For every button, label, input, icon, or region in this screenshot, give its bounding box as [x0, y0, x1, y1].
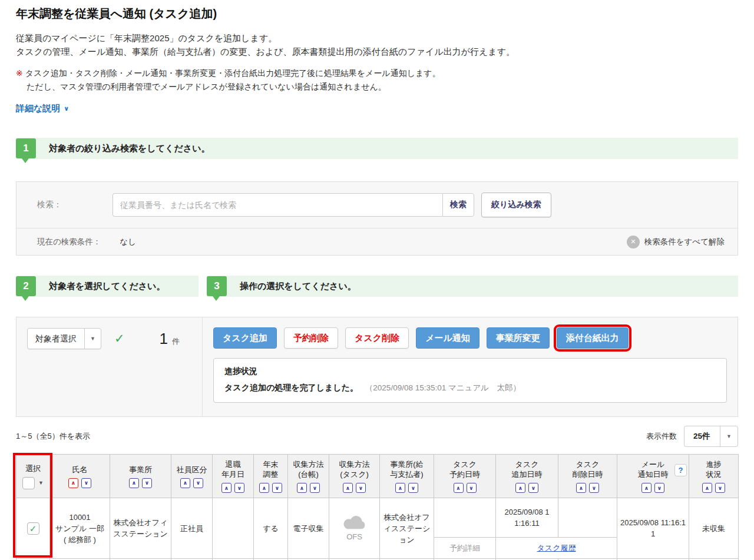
sort-asc-button[interactable]: ∧ — [454, 483, 464, 493]
filter-search-button[interactable]: 絞り込み検索 — [481, 193, 551, 217]
sort-down-icon: ∨ — [411, 485, 415, 491]
col-header-office: 事業所 ∧ ∨ — [110, 455, 171, 498]
table-header-row: 選択 ▼ 氏名 ∧ ∨ 事業所 — [16, 455, 739, 498]
help-icon[interactable]: ? — [674, 464, 687, 476]
sort-desc-button[interactable]: ∨ — [234, 483, 244, 493]
search-input[interactable] — [113, 193, 442, 217]
sort-asc-button[interactable]: ∧ — [259, 483, 269, 493]
search-row: 検索： 検索 絞り込み検索 — [16, 182, 738, 228]
sort-up-icon: ∧ — [579, 485, 583, 491]
sort-asc-button[interactable]: ∧ — [297, 483, 307, 493]
cell-collect-ledger: 電子収集 — [288, 498, 329, 559]
sort-desc-button[interactable]: ∨ — [715, 483, 725, 493]
select-all-checkbox[interactable] — [22, 477, 35, 489]
sort-asc-button[interactable]: ∧ — [129, 478, 139, 488]
sort-desc-button[interactable]: ∨ — [589, 483, 599, 493]
sort-desc-button[interactable]: ∨ — [272, 483, 282, 493]
sort-desc-button[interactable]: ∨ — [654, 483, 664, 493]
sort-up-icon: ∧ — [705, 485, 709, 491]
cell-select: ✓ — [16, 498, 50, 559]
note-line-1: ※タスク追加・タスク削除・メール通知・事業所変更・添付台紙出力処理完了後に処理結… — [16, 67, 738, 80]
step3-label: 操作の選択をしてください。 — [240, 281, 356, 291]
list-controls: 1～5（全5）件を表示 表示件数 25件 ▼ — [16, 425, 738, 448]
clear-all-criteria-button[interactable]: ✕ 検索条件をすべて解除 — [627, 236, 725, 248]
sort-desc-button[interactable]: ∨ — [142, 478, 152, 488]
sort-desc-button[interactable]: ∨ — [528, 483, 538, 493]
sort-asc-button[interactable]: ∧ — [702, 483, 712, 493]
sort-down-icon: ∨ — [275, 485, 279, 491]
cell-reserve-detail: 予約詳細 — [434, 538, 496, 559]
sort-up-icon: ∧ — [183, 480, 187, 486]
col-header-collect-ledger: 収集方法(台帳) ∧ ∨ — [288, 455, 329, 498]
sort-down-icon: ∨ — [531, 485, 535, 491]
description-line-1: 従業員のマイページに「年末調整2025」のタスクを追加します。 — [16, 31, 738, 45]
criteria-label: 現在の検索条件： — [37, 237, 101, 247]
page-title: 年末調整を従業員へ通知 (タスク追加) — [16, 0, 738, 22]
mail-notify-button[interactable]: メール通知 — [416, 327, 479, 349]
sort-down-icon: ∨ — [657, 485, 662, 491]
cell-collect-task: OFS — [329, 498, 380, 559]
details-toggle-link[interactable]: 詳細な説明 ∨ — [16, 103, 69, 114]
sort-down-icon: ∨ — [718, 485, 722, 491]
task-add-button[interactable]: タスク追加 — [213, 327, 277, 349]
table-row: ✓ 10001 サンプル 一郎 ( 総務部 ) 株式会社オフィスステーション 正… — [16, 498, 739, 538]
sort-down-icon: ∨ — [84, 480, 88, 486]
caret-down-icon[interactable]: ▼ — [38, 478, 44, 488]
col-header-collect-task: 収集方法(タスク) ∧ ∨ — [329, 455, 380, 498]
cell-add-dt: 2025/09/08 11:16:11 — [496, 498, 558, 538]
sort-asc-button[interactable]: ∧ — [221, 483, 232, 493]
progress-panel: 進捗状況 タスク追加の処理を完了しました。 （2025/09/08 15:35:… — [213, 358, 727, 403]
target-select-dropdown[interactable]: 対象者選択 ▼ — [27, 328, 101, 349]
sort-up-icon: ∧ — [456, 485, 460, 491]
target-selection-section: 対象者選択 ▼ ✓ 1 件 — [16, 317, 203, 416]
employee-table-wrap: 選択 ▼ 氏名 ∧ ∨ 事業所 — [16, 454, 738, 560]
step1-number-badge: 1 — [16, 138, 36, 158]
attach-output-button[interactable]: 添付台紙出力 — [557, 327, 629, 349]
search-input-group: 検索 — [113, 193, 474, 217]
progress-message-line: タスク追加の処理を完了しました。 （2025/09/08 15:35:01 マニ… — [224, 383, 716, 393]
sort-up-icon: ∧ — [644, 485, 649, 491]
col-header-status: 進捗状況 ∧ ∨ — [689, 455, 739, 498]
sort-asc-button[interactable]: ∧ — [395, 483, 405, 493]
sort-desc-button[interactable]: ∨ — [310, 483, 320, 493]
cell-reserve-dt — [434, 498, 496, 538]
sort-down-icon: ∨ — [313, 485, 317, 491]
list-summary: 1～5（全5）件を表示 — [16, 431, 90, 442]
search-button[interactable]: 検索 — [442, 193, 474, 217]
step2-number-badge: 2 — [16, 276, 36, 296]
task-history-link[interactable]: タスク履歴 — [537, 544, 576, 552]
task-delete-button[interactable]: タスク削除 — [345, 327, 409, 349]
sort-up-icon: ∧ — [262, 485, 266, 491]
sort-desc-button[interactable]: ∨ — [81, 478, 91, 488]
sort-asc-button[interactable]: ∧ — [68, 478, 78, 488]
sort-asc-button[interactable]: ∧ — [641, 483, 652, 493]
step3-banner: 3 操作の選択をしてください。 — [207, 276, 738, 297]
operation-buttons-section: タスク追加 予約削除 タスク削除 メール通知 事業所変更 添付台紙出力 進捗状況… — [203, 317, 738, 416]
cell-name: 10001 サンプル 一郎 ( 総務部 ) — [50, 498, 110, 559]
sort-asc-button[interactable]: ∧ — [515, 483, 525, 493]
sort-up-icon: ∧ — [224, 485, 229, 491]
step2-banner: 2 対象者を選択してください。 — [16, 276, 199, 297]
sort-desc-button[interactable]: ∨ — [356, 483, 366, 493]
progress-title: 進捗状況 — [224, 366, 716, 377]
caret-down-icon: ▼ — [84, 329, 101, 349]
sort-up-icon: ∧ — [300, 485, 304, 491]
page-size-dropdown[interactable]: 25件 ▼ — [684, 426, 738, 447]
col-header-delete-dt: タスク削除日時 ∧ ∨ — [558, 455, 617, 498]
row-checkbox[interactable]: ✓ — [27, 522, 39, 535]
sort-desc-button[interactable]: ∨ — [467, 483, 477, 493]
sort-up-icon: ∧ — [132, 480, 136, 486]
col-header-reserve-dt: タスク予約日時 ∧ ∨ — [434, 455, 496, 498]
reserve-delete-button[interactable]: 予約削除 — [284, 327, 338, 349]
description-line-2: タスクの管理、メール通知、事業所（給与支払者）の変更、および、原本書類提出用の添… — [16, 45, 738, 58]
sort-asc-button[interactable]: ∧ — [576, 483, 586, 493]
progress-detail: （2025/09/08 15:35:01 マニュアル 太郎） — [365, 383, 521, 392]
close-icon: ✕ — [627, 236, 640, 248]
page-size-control: 表示件数 25件 ▼ — [646, 426, 738, 447]
sort-desc-button[interactable]: ∨ — [193, 478, 203, 488]
office-change-button[interactable]: 事業所変更 — [487, 327, 550, 349]
sort-asc-button[interactable]: ∧ — [180, 478, 190, 488]
sort-desc-button[interactable]: ∨ — [408, 483, 418, 493]
sort-asc-button[interactable]: ∧ — [343, 483, 353, 493]
note-line-2: ただし、マスタ管理の利用者管理でメールアドレスが登録されていない場合は通知されま… — [16, 80, 738, 94]
